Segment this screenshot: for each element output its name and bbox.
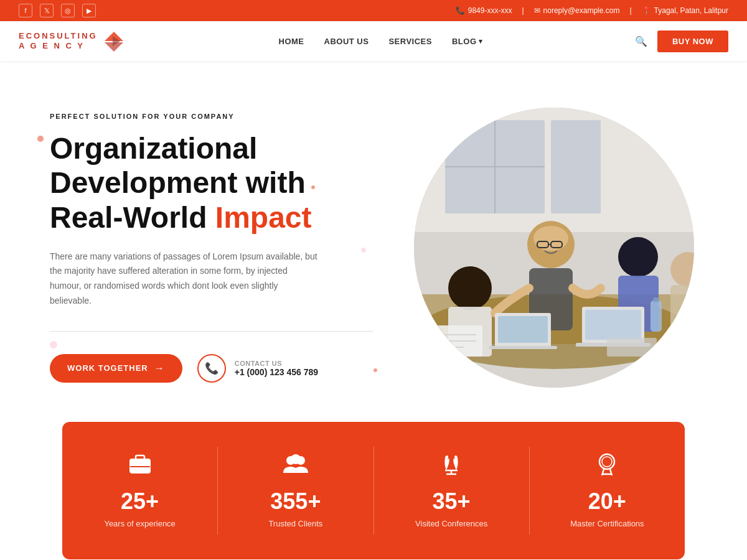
svg-rect-33 [651,301,662,332]
hero-subtitle: PERFECT SOLUTION FOR YOUR COMPANY [50,113,374,120]
contact-text: CONTACT US +1 (000) 123 456 789 [235,360,318,377]
logo-line1: ECONSULTING [19,31,98,41]
search-icon[interactable]: 🔍 [635,35,647,47]
youtube-link[interactable]: ▶ [82,4,96,17]
phone-icon: 📞 [205,362,218,375]
nav-blog[interactable]: BLOG [452,37,482,46]
svg-rect-22 [670,285,694,335]
phone-number: 9849-xxx-xxx [468,6,512,15]
office-illustration [414,108,694,388]
twitter-link[interactable]: 𝕏 [40,4,54,17]
stat-experience-number: 25+ [121,490,159,513]
address-info: 📍 Tyagal, Patan, Lalitpur [642,6,728,15]
stat-clients-number: 355+ [270,490,321,513]
nav-about[interactable]: ABOUT US [324,37,369,46]
svg-rect-28 [489,346,557,349]
hero-title-line2: Development with [50,166,306,199]
stat-clients-label: Trusted Clients [268,519,322,528]
hero-title-line3-plain: Real-World [50,201,215,234]
nav-right: 🔍 BUY NOW [635,30,728,52]
phone-icon: 📞 [456,6,465,15]
hero-section: PERFECT SOLUTION FOR YOUR COMPANY Organi… [0,61,747,422]
stat-experience-label: Years of experience [104,519,175,528]
contact-info: 📞 9849-xxx-xxx | ✉ noreply@example.com |… [456,6,728,15]
decoration-dot [361,248,366,253]
email-info: ✉ noreply@example.com [534,6,620,15]
email-address: noreply@example.com [543,6,620,15]
work-together-button[interactable]: WORK TOGETHER → [50,354,182,383]
stat-certifications: 20+ Master Certifications [530,447,685,534]
top-bar: f 𝕏 ◎ ▶ 📞 9849-xxx-xxx | ✉ noreply@examp… [0,0,747,21]
hero-actions: WORK TOGETHER → 📞 CONTACT US +1 (000) 12… [50,354,374,383]
svg-point-49 [602,457,612,467]
logo-text: ECONSULTING A G E N C Y [19,31,98,50]
facebook-link[interactable]: f [19,4,32,17]
nav-services[interactable]: SERVICES [388,37,432,46]
svg-point-35 [667,333,684,343]
arrow-icon: → [154,363,165,374]
briefcase-icon [128,453,153,480]
decoration-dot [374,368,377,372]
certification-icon [596,453,618,480]
stat-conferences-label: Visited Conferences [415,519,487,528]
svg-rect-36 [667,333,684,345]
decoration-dot [37,136,44,142]
svg-rect-24 [585,310,641,340]
hero-image-area [411,108,697,388]
location-icon: 📍 [642,6,651,15]
address-text: Tyagal, Patan, Lalitpur [654,6,728,15]
svg-point-19 [618,237,658,277]
hero-divider [50,331,374,332]
decoration-dot [50,341,57,348]
stat-experience: 25+ Years of experience [62,447,218,534]
hero-title-line1: Organizational [50,132,257,165]
svg-rect-34 [653,297,659,302]
conference-icon [439,453,464,480]
hero-title-accent: Impact [215,201,312,234]
stat-certifications-number: 20+ [588,490,626,513]
social-links[interactable]: f 𝕏 ◎ ▶ [19,4,96,17]
contact-label: CONTACT US [235,360,318,367]
nav-home[interactable]: HOME [279,37,304,46]
nav-links: HOME ABOUT US SERVICES BLOG [279,37,482,46]
hero-title: Organizational Development with Real-Wor… [50,131,374,235]
logo-line2: A G E N C Y [19,41,98,51]
svg-point-44 [291,454,301,464]
contact-number: +1 (000) 123 456 789 [235,367,318,377]
hero-description: There are many variations of passages of… [50,250,317,309]
svg-rect-6 [551,120,601,213]
phone-circle[interactable]: 📞 [197,354,226,383]
decoration-dot [311,185,315,189]
work-together-label: WORK TOGETHER [67,363,148,373]
instagram-link[interactable]: ◎ [61,4,75,17]
svg-rect-37 [607,338,657,357]
svg-point-11 [448,266,492,310]
stats-bar: 25+ Years of experience 355+ Trusted Cli… [62,422,685,559]
phone-info: 📞 9849-xxx-xxx [456,6,512,15]
svg-rect-27 [498,316,548,343]
stat-conferences-number: 35+ [433,490,471,513]
stats-container: 25+ Years of experience 355+ Trusted Cli… [0,422,747,560]
svg-rect-40 [136,455,144,460]
stat-certifications-label: Master Certifications [570,519,644,528]
logo[interactable]: ECONSULTING A G E N C Y [19,29,126,54]
buy-now-button[interactable]: BUY NOW [657,30,728,52]
clients-icon [282,453,309,480]
stat-clients: 355+ Trusted Clients [218,447,374,534]
hero-image-circle [414,108,694,388]
stat-conferences: 35+ Visited Conferences [374,447,530,534]
email-icon: ✉ [534,6,540,15]
navbar: ECONSULTING A G E N C Y HOME ABOUT US SE… [0,21,747,61]
logo-icon [101,29,126,54]
contact-us: 📞 CONTACT US +1 (000) 123 456 789 [197,354,318,383]
hero-content: PERFECT SOLUTION FOR YOUR COMPANY Organi… [50,113,374,383]
